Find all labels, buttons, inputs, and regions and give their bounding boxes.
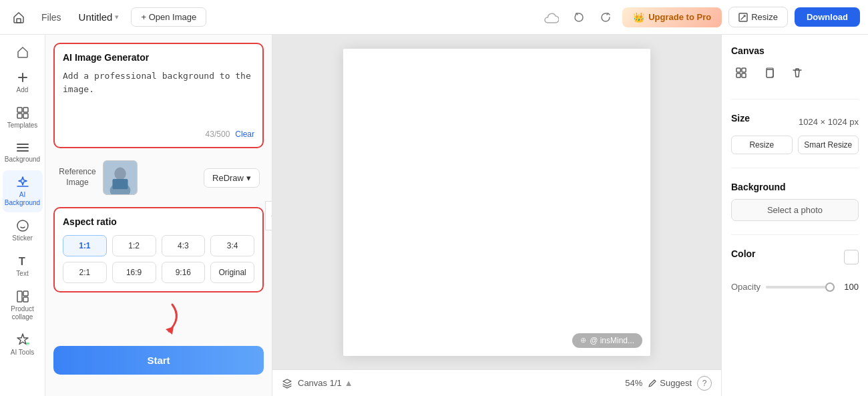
sidebar-item-background[interactable]: Background bbox=[3, 136, 43, 169]
sidebar-item-home[interactable] bbox=[3, 40, 43, 64]
open-image-button[interactable]: + Open Image bbox=[131, 7, 206, 27]
home-nav-icon bbox=[16, 45, 29, 59]
rp-smart-resize-button[interactable]: Smart Resize bbox=[798, 136, 859, 154]
redraw-button[interactable]: ReDraw ▾ bbox=[204, 168, 260, 188]
aspect-btn-16-9[interactable]: 16:9 bbox=[112, 262, 156, 283]
opacity-slider[interactable] bbox=[766, 286, 835, 288]
rp-color-row: Color bbox=[731, 248, 859, 266]
reference-image-thumbnail[interactable] bbox=[103, 160, 138, 195]
rp-resize-button[interactable]: Resize bbox=[731, 136, 793, 154]
svg-rect-26 bbox=[736, 73, 740, 77]
sidebar-item-templates[interactable]: Templates bbox=[3, 101, 43, 135]
redo-button[interactable] bbox=[596, 7, 616, 27]
opacity-slider-thumb bbox=[825, 282, 835, 292]
layers-button[interactable] bbox=[282, 378, 292, 389]
sidebar-label-add: Add bbox=[17, 86, 29, 94]
rp-canvas-title: Canvas bbox=[731, 45, 859, 56]
color-swatch[interactable] bbox=[844, 250, 859, 264]
aspect-btn-4-3[interactable]: 4:3 bbox=[162, 235, 206, 256]
opacity-value: 100 bbox=[840, 282, 859, 292]
aspect-btn-2-1[interactable]: 2:1 bbox=[63, 262, 107, 283]
right-panel: Canvas bbox=[721, 35, 868, 396]
download-button[interactable]: Download bbox=[795, 7, 860, 27]
arrow-icon bbox=[132, 301, 186, 338]
sticker-icon bbox=[16, 219, 29, 232]
suggest-button[interactable]: Suggest bbox=[648, 378, 692, 388]
svg-rect-5 bbox=[23, 108, 28, 112]
background-icon bbox=[16, 142, 29, 154]
resize-button[interactable]: Resize bbox=[728, 7, 788, 27]
svg-rect-6 bbox=[17, 114, 22, 118]
sidebar-item-product-collage[interactable]: Product collage bbox=[3, 284, 43, 327]
svg-rect-0 bbox=[17, 19, 21, 23]
sidebar-item-ai-tools[interactable]: new AI Tools bbox=[3, 328, 43, 362]
leftnav: Add Templates Background AI B bbox=[0, 35, 45, 396]
rp-size-section: Size 1024 × 1024 px Resize Smart Resize bbox=[731, 113, 859, 154]
title-chevron-icon: ▾ bbox=[115, 13, 119, 21]
crown-icon: 👑 bbox=[633, 12, 644, 23]
suggest-icon bbox=[648, 379, 657, 388]
aspect-btn-3-4[interactable]: 3:4 bbox=[210, 235, 254, 256]
canvas-area: ⊕ @ insMind... Canvas 1/1 ▲ 54% bbox=[272, 35, 721, 396]
rp-size-value: 1024 × 1024 px bbox=[799, 117, 859, 127]
rp-size-row: Size 1024 × 1024 px bbox=[731, 113, 859, 130]
rp-canvas-icons bbox=[731, 63, 859, 83]
align-icon[interactable] bbox=[731, 63, 751, 83]
sidebar-label-product-collage: Product collage bbox=[7, 305, 39, 321]
select-photo-button[interactable]: Select a photo bbox=[731, 199, 859, 221]
page-chevron-icon[interactable]: ▲ bbox=[345, 378, 353, 388]
aspect-btn-9-16[interactable]: 9:16 bbox=[162, 262, 206, 283]
svg-rect-7 bbox=[23, 114, 28, 118]
reference-label: Reference Image bbox=[57, 167, 97, 188]
copy-icon[interactable] bbox=[759, 63, 779, 83]
sidebar-label-templates: Templates bbox=[7, 122, 38, 130]
svg-rect-27 bbox=[742, 73, 746, 77]
sidebar-item-text[interactable]: T Text bbox=[3, 249, 43, 283]
canvas-bottom-bar: Canvas 1/1 ▲ 54% Suggest ? bbox=[272, 369, 721, 396]
panel-collapse-button[interactable]: ‹ bbox=[265, 201, 272, 230]
sidebar-item-ai-background[interactable]: AI Background bbox=[3, 170, 43, 212]
canvas-page-indicator: Canvas 1/1 ▲ bbox=[298, 378, 353, 388]
sidebar-label-sticker: Sticker bbox=[12, 234, 33, 242]
home-button[interactable] bbox=[8, 7, 29, 28]
ai-background-icon bbox=[16, 176, 29, 189]
canvas-body[interactable]: ⊕ @ insMind... bbox=[272, 35, 721, 369]
clear-button[interactable]: Clear bbox=[235, 130, 254, 139]
zoom-level: 54% bbox=[625, 378, 642, 388]
rp-opacity-label: Opacity bbox=[731, 282, 761, 292]
svg-rect-28 bbox=[767, 69, 773, 77]
ai-box-footer: 43/500 Clear bbox=[63, 130, 254, 139]
cloud-icon[interactable] bbox=[541, 7, 562, 28]
undo-button[interactable] bbox=[569, 7, 589, 27]
sidebar-label-ai-background: AI Background bbox=[5, 191, 40, 207]
ai-prompt-textarea[interactable]: Add a professional background to the ima… bbox=[63, 69, 254, 123]
svg-text:new: new bbox=[26, 343, 30, 346]
aspect-btn-original[interactable]: Original bbox=[210, 262, 254, 283]
text-icon: T bbox=[16, 254, 29, 268]
opacity-slider-fill bbox=[766, 286, 835, 288]
templates-icon bbox=[16, 106, 29, 120]
sidebar-item-add[interactable]: Add bbox=[3, 65, 43, 100]
aspect-ratio-grid: 1:1 1:2 4:3 3:4 2:1 16:9 9:16 Original bbox=[63, 235, 254, 283]
sidebar-label-ai-tools: AI Tools bbox=[11, 349, 34, 357]
watermark: ⊕ @ insMind... bbox=[572, 333, 642, 348]
document-title[interactable]: Untitled ▾ bbox=[73, 9, 125, 25]
svg-marker-23 bbox=[166, 327, 174, 335]
left-panel: AI Image Generator Add a professional ba… bbox=[45, 35, 272, 396]
help-button[interactable]: ? bbox=[697, 376, 712, 391]
aspect-btn-1-1[interactable]: 1:1 bbox=[63, 235, 107, 256]
svg-rect-15 bbox=[23, 291, 28, 296]
arrow-indicator bbox=[53, 299, 264, 339]
files-button[interactable]: Files bbox=[36, 9, 67, 25]
svg-rect-16 bbox=[23, 297, 28, 302]
sidebar-item-sticker[interactable]: Sticker bbox=[3, 214, 43, 248]
ai-generator-box: AI Image Generator Add a professional ba… bbox=[53, 43, 264, 148]
aspect-btn-1-2[interactable]: 1:2 bbox=[112, 235, 156, 256]
svg-point-20 bbox=[114, 168, 126, 180]
upgrade-button[interactable]: 👑 Upgrade to Pro bbox=[622, 7, 722, 27]
rp-resize-row: Resize Smart Resize bbox=[731, 136, 859, 154]
aspect-ratio-title: Aspect ratio bbox=[63, 216, 254, 227]
reference-row: Reference Image ReDraw ▾ bbox=[53, 155, 264, 200]
delete-icon[interactable] bbox=[787, 63, 807, 83]
start-button[interactable]: Start bbox=[53, 346, 264, 375]
